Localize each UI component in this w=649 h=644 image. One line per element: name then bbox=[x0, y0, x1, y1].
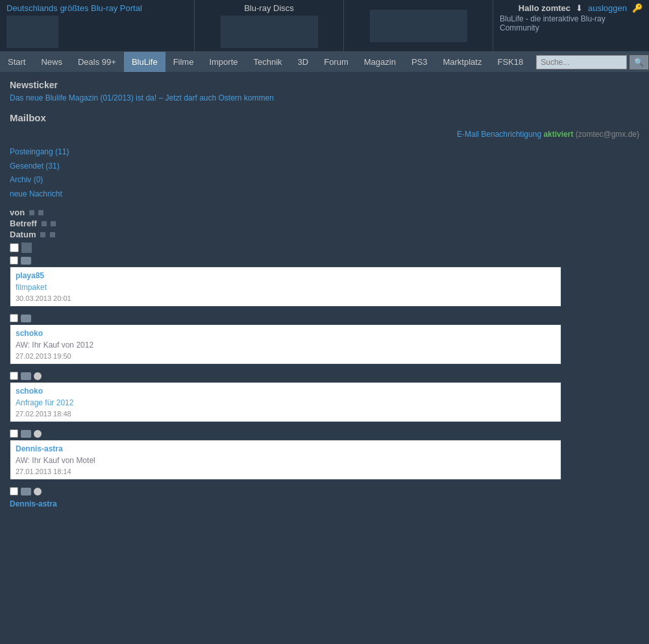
msg2-subject[interactable]: AW: Ihr Kauf von 2012 bbox=[16, 340, 93, 350]
download-icon: ⬇ bbox=[576, 3, 583, 13]
message-row: Dennis-astra bbox=[10, 485, 639, 510]
mailbox-table-header: von Betreff Datum bbox=[10, 208, 639, 239]
msg4-checkbox[interactable] bbox=[10, 429, 18, 438]
nav-filme[interactable]: Filme bbox=[165, 52, 202, 72]
email-notification-status: aktiviert bbox=[543, 130, 573, 139]
msg1-date-line: 30.03.2013 20:01 bbox=[16, 293, 556, 304]
msg3-subject-line: Anfrage für 2012 bbox=[16, 397, 556, 409]
msg3-checkbox[interactable] bbox=[10, 372, 18, 380]
newsticker-title: Newsticker bbox=[10, 80, 639, 90]
msg1-envelope-icon bbox=[21, 257, 31, 265]
nav-technik[interactable]: Technik bbox=[246, 52, 290, 72]
nav-ps3[interactable]: PS3 bbox=[404, 52, 435, 72]
email-notification-label[interactable]: E-Mail Benachrichtigung bbox=[457, 130, 541, 139]
mailbox-new-message-link[interactable]: neue Nachricht bbox=[10, 187, 639, 202]
msg4-circle-icon bbox=[34, 430, 42, 438]
msg5-circle-icon bbox=[34, 488, 42, 495]
msg3-subject[interactable]: Anfrage für 2012 bbox=[16, 398, 73, 407]
sort-icon-betreff2[interactable] bbox=[51, 221, 56, 226]
mailbox-inbox-link[interactable]: Posteingang (11) bbox=[10, 145, 639, 160]
sort-icon-von2[interactable] bbox=[38, 210, 43, 215]
logout-link[interactable]: ausloggen bbox=[588, 3, 627, 13]
msg3-circle-icon bbox=[34, 372, 42, 380]
msg4-subject[interactable]: AW: Ihr Kauf von Motel bbox=[16, 456, 95, 465]
user-greeting: Hallo zomtec bbox=[519, 3, 570, 13]
msg2-sender[interactable]: schoko bbox=[16, 329, 43, 338]
newsticker-text[interactable]: Das neue Blulife Magazin (01/2013) ist d… bbox=[10, 93, 639, 102]
nav-blulife[interactable]: BluLife bbox=[124, 52, 165, 72]
email-notification-area: E-Mail Benachrichtigung aktiviert (zomte… bbox=[10, 130, 639, 139]
site-tagline-left: Deutschlands größtes Blu-ray Portal bbox=[6, 3, 188, 13]
msg1-date: 30.03.2013 20:01 bbox=[16, 294, 71, 302]
msg2-sender-line: schoko bbox=[16, 328, 556, 339]
column-datum: Datum bbox=[10, 230, 36, 239]
bluray-discs-label: Blu-ray Discs bbox=[244, 3, 294, 13]
nav-fsk18[interactable]: FSK18 bbox=[489, 52, 531, 72]
select-all-checkbox[interactable] bbox=[10, 243, 19, 252]
msg3-envelope-icon bbox=[21, 372, 31, 380]
sort-icon-datum2[interactable] bbox=[50, 232, 55, 237]
msg3-sender-line: schoko bbox=[16, 385, 556, 397]
column-von: von bbox=[10, 208, 25, 217]
msg4-sender-line: Dennis-astra bbox=[16, 443, 556, 455]
search-button[interactable]: 🔍 bbox=[630, 55, 648, 69]
action-icon bbox=[21, 243, 32, 253]
sort-icon-von[interactable] bbox=[29, 210, 34, 215]
navigation-bar: Start News Deals 99+ BluLife Filme Impor… bbox=[0, 52, 649, 73]
sort-icon-betreff[interactable] bbox=[42, 221, 47, 226]
nav-start[interactable]: Start bbox=[0, 52, 33, 72]
msg1-subject-line: filmpaket bbox=[16, 281, 556, 293]
message-row: schoko AW: Ihr Kauf von 2012 27.02.2013 … bbox=[10, 312, 639, 364]
msg4-date-line: 27.01.2013 18:14 bbox=[16, 466, 556, 477]
msg1-checkbox[interactable] bbox=[10, 256, 18, 265]
search-icon: 🔍 bbox=[634, 58, 644, 67]
msg2-checkbox[interactable] bbox=[10, 314, 18, 322]
sort-icon-datum[interactable] bbox=[40, 232, 45, 237]
logout-icon: 🔑 bbox=[632, 3, 643, 13]
msg2-date-line: 27.02.2013 19:50 bbox=[16, 351, 556, 361]
msg2-envelope-icon bbox=[21, 315, 31, 322]
msg2-subject-line: AW: Ihr Kauf von 2012 bbox=[16, 339, 556, 351]
nav-3d[interactable]: 3D bbox=[290, 52, 317, 72]
nav-forum[interactable]: Forum bbox=[316, 52, 356, 72]
msg5-envelope-icon bbox=[21, 488, 31, 495]
mailbox-sent-link[interactable]: Gesendet (31) bbox=[10, 160, 639, 174]
msg5-checkbox[interactable] bbox=[10, 487, 18, 495]
search-area: 🔍 bbox=[531, 53, 649, 72]
msg4-sender[interactable]: Dennis-astra bbox=[16, 444, 63, 453]
msg1-sender-line: playa85 bbox=[16, 270, 556, 281]
site-tagline-right: BluLife - die interaktive Blu-ray Commun… bbox=[500, 14, 606, 32]
mailbox-title: Mailbox bbox=[10, 112, 639, 123]
mailbox-links: Posteingang (11) Gesendet (31) Archiv (0… bbox=[10, 145, 639, 201]
msg3-sender[interactable]: schoko bbox=[16, 387, 43, 396]
msg4-subject-line: AW: Ihr Kauf von Motel bbox=[16, 455, 556, 466]
msg3-date-line: 27.02.2013 18:48 bbox=[16, 409, 556, 419]
nav-marktplatz[interactable]: Marktplatz bbox=[435, 52, 489, 72]
nav-magazin[interactable]: Magazin bbox=[356, 52, 404, 72]
msg1-sender[interactable]: playa85 bbox=[16, 271, 44, 280]
nav-news[interactable]: News bbox=[33, 52, 70, 72]
column-betreff: Betreff bbox=[10, 219, 37, 228]
nav-importe[interactable]: Importe bbox=[201, 52, 245, 72]
message-row: Dennis-astra AW: Ihr Kauf von Motel 27.0… bbox=[10, 427, 639, 480]
msg4-date: 27.01.2013 18:14 bbox=[16, 468, 71, 475]
msg3-date: 27.02.2013 18:48 bbox=[16, 410, 71, 418]
search-input[interactable] bbox=[536, 55, 627, 69]
email-address: (zomtec@gmx.de) bbox=[576, 130, 639, 139]
msg1-subject[interactable]: filmpaket bbox=[16, 283, 47, 292]
mailbox-archive-link[interactable]: Archiv (0) bbox=[10, 173, 639, 187]
table-action-row bbox=[10, 243, 639, 253]
message-row: playa85 filmpaket 30.03.2013 20:01 bbox=[10, 254, 639, 307]
msg2-date: 27.02.2013 19:50 bbox=[16, 352, 71, 360]
msg4-envelope-icon bbox=[21, 430, 31, 438]
msg5-sender[interactable]: Dennis-astra bbox=[10, 499, 57, 508]
nav-deals[interactable]: Deals 99+ bbox=[70, 52, 124, 72]
message-row: schoko Anfrage für 2012 27.02.2013 18:48 bbox=[10, 370, 639, 422]
